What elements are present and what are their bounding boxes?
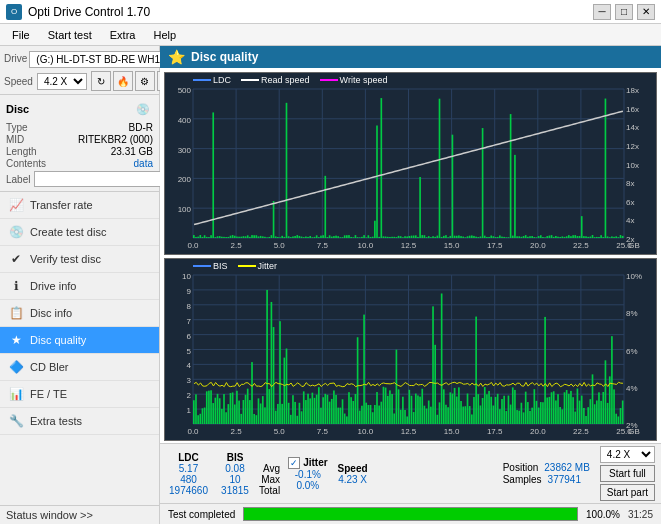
bis-stats-header: BIS (227, 452, 244, 463)
nav-label-verify-test-disc: Verify test disc (30, 253, 101, 265)
samples-row: Samples 377941 (503, 474, 590, 485)
menu-file[interactable]: File (4, 27, 38, 43)
nav-label-drive-info: Drive info (30, 280, 76, 292)
bis-legend-color (193, 265, 211, 267)
length-value: 23.31 GB (111, 146, 153, 157)
chart-header: ⭐ Disc quality (160, 46, 661, 68)
sidebar-item-transfer-rate[interactable]: 📈 Transfer rate (0, 192, 159, 219)
chart1-legend: LDC Read speed Write speed (193, 75, 387, 85)
write-speed-legend-color (320, 79, 338, 81)
nav-label-cd-bler: CD Bler (30, 361, 69, 373)
app-icon: O (6, 4, 22, 20)
sidebar-item-fe-te[interactable]: 📊 FE / TE (0, 381, 159, 408)
jitter-checkbox[interactable]: ✓ (288, 457, 300, 469)
verify-test-disc-icon: ✔ (8, 251, 24, 267)
ldc-chart: LDC Read speed Write speed (164, 72, 657, 255)
disc-icon: 💿 (133, 99, 153, 119)
settings-button[interactable]: ⚙ (135, 71, 155, 91)
status-bar: Status window >> (0, 505, 159, 524)
speed-select[interactable]: 4.2 X (37, 73, 87, 90)
ldc-total-value: 1974660 (169, 485, 208, 496)
bis-canvas (165, 259, 656, 440)
menu-extra[interactable]: Extra (102, 27, 144, 43)
time-display: 31:25 (628, 509, 653, 520)
app-title: Opti Drive Control 1.70 (28, 5, 150, 19)
sidebar-item-verify-test-disc[interactable]: ✔ Verify test disc (0, 246, 159, 273)
disc-label: Disc (6, 103, 29, 115)
sidebar-item-disc-info[interactable]: 📋 Disc info (0, 300, 159, 327)
start-full-button[interactable]: Start full (600, 465, 655, 482)
nav-label-disc-quality: Disc quality (30, 334, 86, 346)
menu-start-test[interactable]: Start test (40, 27, 100, 43)
titlebar-controls: ─ □ ✕ (593, 4, 655, 20)
contents-key: Contents (6, 158, 46, 169)
samples-value: 377941 (548, 474, 581, 485)
sidebar-item-create-test-disc[interactable]: 💿 Create test disc (0, 219, 159, 246)
speed-label: Speed (4, 76, 33, 87)
refresh-button[interactable]: ↻ (91, 71, 111, 91)
chart-header-icon: ⭐ (168, 49, 185, 65)
stats-bar: LDC 5.17 480 1974660 BIS 0.08 10 31815 x… (160, 443, 661, 503)
jitter-avg: -0.1% (295, 469, 321, 480)
sidebar-item-cd-bler[interactable]: 🔷 CD Bler (0, 354, 159, 381)
titlebar-left: O Opti Drive Control 1.70 (6, 4, 150, 20)
speed-dropdown[interactable]: 4.2 X (600, 446, 655, 463)
sidebar-item-extra-tests[interactable]: 🔧 Extra tests (0, 408, 159, 435)
status-window-button[interactable]: Status window >> (6, 509, 153, 521)
extra-tests-icon: 🔧 (8, 413, 24, 429)
position-stats: Position 23862 MB Samples 377941 (503, 462, 590, 485)
minimize-button[interactable]: ─ (593, 4, 611, 20)
nav-label-disc-info: Disc info (30, 307, 72, 319)
jitter-header-row: ✓ Jitter (288, 457, 327, 469)
total-label: Total (259, 485, 280, 496)
position-key: Position (503, 462, 539, 473)
sidebar-item-drive-info[interactable]: ℹ Drive info (0, 273, 159, 300)
nav-label-fe-te: FE / TE (30, 388, 67, 400)
label-input[interactable] (34, 171, 167, 187)
nav-label-create-test-disc: Create test disc (30, 226, 106, 238)
nav-items: 📈 Transfer rate 💿 Create test disc ✔ Ver… (0, 192, 159, 505)
burn-button[interactable]: 🔥 (113, 71, 133, 91)
mid-value: RITEKBR2 (000) (78, 134, 153, 145)
menu-help[interactable]: Help (145, 27, 184, 43)
transfer-rate-icon: 📈 (8, 197, 24, 213)
read-speed-legend-label: Read speed (261, 75, 310, 85)
ldc-legend-color (193, 79, 211, 81)
drive-label: Drive (4, 53, 27, 64)
speed-stats: Speed 4.23 X (338, 463, 368, 485)
status-window-label: Status window >> (6, 509, 93, 521)
main-area: Drive (G:) HL-DT-ST BD-RE WH16NS48 1.D3 … (0, 46, 661, 524)
ldc-stats-header: LDC (178, 452, 199, 463)
jitter-legend-color (238, 265, 256, 267)
jitter-stats: ✓ Jitter -0.1% 0.0% (288, 457, 327, 491)
speed-value: 4.23 X (338, 474, 367, 485)
speed-stats-header: Speed (338, 463, 368, 474)
ldc-max-value: 480 (180, 474, 197, 485)
charts-wrapper: LDC Read speed Write speed BIS Jitter (160, 68, 661, 443)
progress-bar-outer (243, 507, 578, 521)
write-speed-legend-label: Write speed (340, 75, 388, 85)
disc-section: Disc 💿 Type BD-R MID RITEKBR2 (000) Leng… (0, 95, 159, 192)
bis-stats: BIS 0.08 10 31815 (215, 452, 255, 496)
position-row: Position 23862 MB (503, 462, 590, 473)
length-key: Length (6, 146, 37, 157)
progress-area: Test completed 100.0% 31:25 (160, 503, 661, 524)
chart-title: Disc quality (191, 50, 258, 64)
disc-quality-icon: ★ (8, 332, 24, 348)
maximize-button[interactable]: □ (615, 4, 633, 20)
bis-legend-label: BIS (213, 261, 228, 271)
samples-key: Samples (503, 474, 542, 485)
cd-bler-icon: 🔷 (8, 359, 24, 375)
drive-section: Drive (G:) HL-DT-ST BD-RE WH16NS48 1.D3 … (0, 46, 159, 95)
position-value: 23862 MB (544, 462, 590, 473)
read-speed-legend-color (241, 79, 259, 81)
sidebar-item-disc-quality[interactable]: ★ Disc quality (0, 327, 159, 354)
speed-control: 4.2 X Start full Start part (600, 446, 655, 501)
bis-max-value: 10 (229, 474, 240, 485)
start-part-button[interactable]: Start part (600, 484, 655, 501)
content-area: ⭐ Disc quality LDC Read speed Write spee… (160, 46, 661, 524)
fe-te-icon: 📊 (8, 386, 24, 402)
contents-value: data (134, 158, 153, 169)
close-button[interactable]: ✕ (637, 4, 655, 20)
disc-info-icon: 📋 (8, 305, 24, 321)
